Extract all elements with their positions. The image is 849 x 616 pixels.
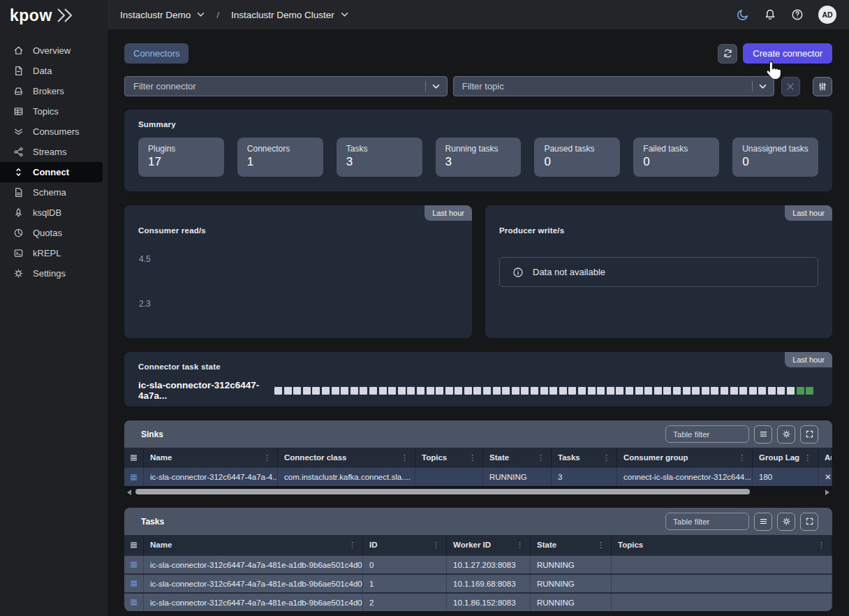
task-state-cell[interactable] (445, 387, 453, 395)
advanced-filters-button[interactable] (813, 77, 832, 96)
task-state-cell[interactable] (787, 387, 795, 395)
row-menu-icon[interactable] (124, 468, 144, 486)
task-state-cell[interactable] (568, 387, 576, 395)
cell-topics[interactable] (415, 468, 483, 486)
task-state-cell[interactable] (483, 387, 491, 395)
task-state-cell[interactable] (597, 387, 605, 395)
sidebar-item-consumers[interactable]: Consumers (0, 122, 103, 142)
column-menu-icon[interactable]: ⋮ (804, 453, 811, 462)
filter-connector-input[interactable] (125, 81, 425, 91)
task-state-cell[interactable] (332, 387, 339, 395)
tab-connectors[interactable]: Connectors (124, 43, 189, 64)
table-settings-gear-button[interactable] (777, 513, 795, 531)
cell-tasks[interactable]: 3 (552, 468, 617, 486)
cell-name[interactable]: ic-sla-connector-312c6447-4a7a-481e-a1db… (144, 575, 363, 592)
column-header[interactable]: Auto restart (818, 448, 832, 467)
task-state-cell[interactable] (739, 387, 747, 395)
stat-unassigned-tasks[interactable]: Unassigned tasks 0 (732, 138, 818, 177)
stat-connectors[interactable]: Connectors 1 (237, 138, 323, 177)
task-state-cell[interactable] (588, 387, 596, 395)
column-header[interactable]: State⋮ (531, 535, 612, 555)
column-header[interactable]: Topics⋮ (415, 448, 483, 467)
task-state-cell[interactable] (531, 387, 538, 395)
cluster-selector[interactable]: Instaclustr Demo Cluster (231, 10, 334, 20)
task-state-cell[interactable] (797, 387, 804, 395)
cell-consumer-group[interactable]: connect-ic-sla-connector-312c644... (617, 468, 753, 486)
time-range-badge[interactable]: Last hour (785, 205, 832, 221)
cell-name[interactable]: ic-sla-connector-312c6447-4a7a-4... (144, 468, 278, 486)
task-state-cell[interactable] (616, 387, 623, 395)
refresh-button[interactable] (718, 44, 737, 64)
task-state-cell[interactable] (473, 387, 481, 395)
help-icon[interactable] (791, 8, 804, 21)
column-menu-icon[interactable]: ⋮ (597, 541, 605, 550)
task-state-cell[interactable] (322, 387, 330, 395)
notifications-bell-icon[interactable] (764, 8, 776, 21)
row-menu-icon[interactable] (124, 556, 144, 573)
task-state-cell[interactable] (730, 387, 738, 395)
cell-state[interactable]: RUNNING (531, 594, 612, 611)
stat-running-tasks[interactable]: Running tasks 3 (436, 138, 522, 177)
column-header[interactable]: Name⋮ (144, 535, 363, 555)
task-state-cell[interactable] (540, 387, 548, 395)
cell-group-lag[interactable]: 180 (753, 468, 818, 486)
task-state-cell[interactable] (635, 387, 643, 395)
stat-paused-tasks[interactable]: Paused tasks 0 (534, 138, 620, 177)
time-range-badge[interactable]: Last hour (785, 352, 832, 367)
task-state-cell[interactable] (493, 387, 501, 395)
task-state-cell[interactable] (711, 387, 718, 395)
sidebar-item-data[interactable]: Data (0, 61, 103, 81)
task-state-cell[interactable] (369, 387, 377, 395)
column-menu-icon[interactable]: ⋮ (516, 541, 524, 550)
task-state-cell[interactable] (806, 387, 813, 395)
task-state-cell[interactable] (388, 387, 396, 395)
column-menu-icon[interactable]: ⋮ (432, 541, 440, 550)
cell-worker-id[interactable]: 10.1.169.68:8083 (447, 575, 531, 592)
stat-tasks[interactable]: Tasks 3 (337, 138, 422, 177)
table-menu-button[interactable] (754, 425, 772, 443)
sinks-table-filter-input[interactable] (665, 425, 749, 443)
sidebar-item-ksqldb[interactable]: ksqlDB (0, 203, 103, 223)
cell-state[interactable]: RUNNING (531, 575, 612, 592)
column-header[interactable]: ID⋮ (363, 535, 447, 555)
scrollbar-thumb[interactable] (135, 489, 750, 494)
chevron-down-icon[interactable] (197, 12, 205, 17)
column-menu-icon[interactable]: ⋮ (468, 453, 476, 462)
table-settings-gear-button[interactable] (777, 425, 795, 443)
sidebar-item-quotas[interactable]: Quotas (0, 223, 103, 243)
cell-state[interactable]: RUNNING (483, 468, 552, 486)
task-state-cell[interactable] (417, 387, 424, 395)
environment-selector[interactable]: Instaclustr Demo (120, 10, 191, 20)
task-state-cell[interactable] (455, 387, 462, 395)
task-state-cell[interactable] (549, 387, 557, 395)
horizontal-scrollbar[interactable] (124, 486, 832, 496)
column-header[interactable]: State⋮ (483, 448, 552, 467)
task-state-cell[interactable] (654, 387, 662, 395)
tasks-table-row[interactable]: ic-sla-connector-312c6447-4a7a-481e-a1db… (124, 555, 832, 573)
avatar[interactable]: AD (818, 6, 836, 24)
task-state-cell[interactable] (559, 387, 567, 395)
task-state-cell[interactable] (673, 387, 681, 395)
task-state-cell[interactable] (398, 387, 406, 395)
task-state-cell[interactable] (578, 387, 586, 395)
tasks-table-row[interactable]: ic-sla-connector-312c6447-4a7a-481e-a1db… (124, 592, 832, 611)
cell-name[interactable]: ic-sla-connector-312c6447-4a7a-481e-a1db… (144, 594, 363, 611)
row-menu-icon[interactable] (124, 448, 144, 467)
cell-worker-id[interactable]: 10.1.86.152:8083 (447, 594, 531, 611)
row-menu-icon[interactable] (124, 535, 144, 555)
cell-id[interactable]: 2 (363, 594, 447, 611)
sidebar-item-schema[interactable]: Schema (0, 182, 103, 203)
cell-id[interactable]: 1 (363, 575, 447, 592)
column-header[interactable]: Connector class⋮ (278, 448, 415, 467)
cell-auto-restart[interactable]: ✕ (818, 468, 832, 486)
column-header[interactable]: Worker ID⋮ (447, 535, 531, 555)
cell-topics[interactable] (612, 575, 832, 592)
column-header[interactable]: Group Lag⋮ (753, 448, 818, 467)
column-menu-icon[interactable]: ⋮ (818, 541, 825, 550)
task-state-cell[interactable] (464, 387, 472, 395)
task-state-cell[interactable] (379, 387, 387, 395)
sidebar-item-topics[interactable]: Topics (0, 101, 103, 122)
task-state-cell[interactable] (749, 387, 757, 395)
task-state-cell[interactable] (360, 387, 367, 395)
cell-topics[interactable] (612, 556, 832, 573)
